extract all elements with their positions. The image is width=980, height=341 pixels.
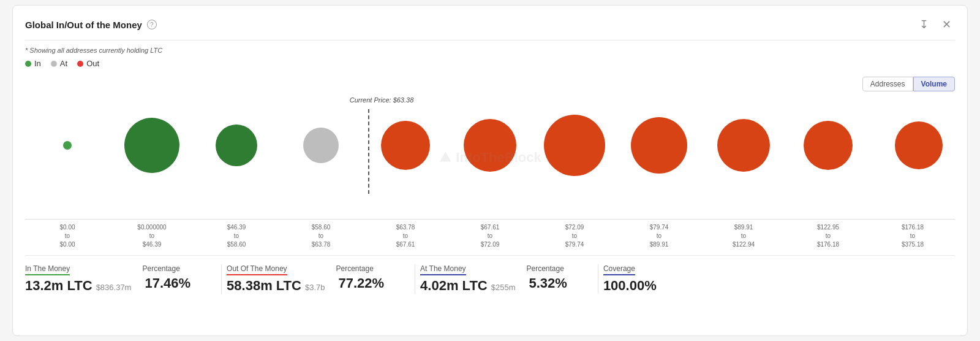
stat-pct-label-out: Percentage	[336, 264, 399, 273]
bubble-7	[544, 115, 605, 176]
header-left: Global In/Out of the Money ?	[25, 20, 157, 30]
subtitle: * Showing all addresses currently holdin…	[25, 47, 955, 54]
price-dashed-line	[368, 109, 369, 194]
stats-row: In The Money 13.2m LTC $836.37m Percenta…	[25, 255, 955, 294]
header-actions: ↧ ✕	[916, 17, 955, 33]
divider-2	[415, 264, 415, 294]
legend-out: Out	[77, 59, 99, 68]
stat-pct-value-out: 77.22%	[336, 275, 399, 291]
current-price-label: Current Price: $63.38	[350, 96, 414, 104]
stat-value-coverage: 100.00%	[603, 278, 657, 294]
stat-coverage: Coverage 100.00%	[603, 264, 668, 294]
legend-dot-in	[25, 61, 31, 67]
axis-label-8: $79.74to$89.91	[617, 223, 701, 249]
header: Global In/Out of the Money ? ↧ ✕	[25, 17, 955, 40]
stat-pct-value-in: 17.46%	[142, 275, 205, 291]
axis-label-11: $176.18to$375.18	[870, 223, 955, 249]
bubble-col-4	[279, 128, 363, 163]
stat-pct-value-at: 5.32%	[526, 275, 581, 291]
stat-out-the-money: Out Of The Money 58.38m LTC $3.7b	[227, 264, 336, 294]
chart-area: Current Price: $63.38	[25, 96, 955, 219]
bubble-col-8	[617, 117, 701, 174]
bubble-col-1	[25, 141, 110, 150]
axis-row: $0.00to$0.00 $0.000000to$46.39 $46.39to$…	[25, 219, 955, 249]
stat-pct-in: Percentage 17.46%	[142, 264, 216, 291]
card: Global In/Out of the Money ? ↧ ✕ * Showi…	[12, 5, 968, 336]
axis-label-5: $63.78to$67.61	[363, 223, 448, 249]
stat-pct-label-at: Percentage	[526, 264, 581, 273]
help-icon[interactable]: ?	[147, 20, 157, 29]
stat-label-in: In The Money	[25, 264, 131, 275]
bubble-col-3	[194, 125, 279, 166]
legend-label-out: Out	[86, 59, 99, 68]
legend: In At Out	[25, 59, 955, 68]
download-button[interactable]: ↧	[916, 17, 932, 33]
stat-value-out: 58.38m LTC $3.7b	[227, 278, 325, 294]
stat-pct-at: Percentage 5.32%	[526, 264, 592, 291]
stat-value-at: 4.02m LTC $255m	[420, 278, 515, 294]
bubble-col-2	[110, 118, 194, 173]
bubble-10	[804, 121, 853, 170]
volume-button[interactable]: Volume	[913, 77, 955, 91]
addresses-button[interactable]: Addresses	[862, 77, 913, 91]
bubble-col-10	[786, 121, 870, 170]
bubble-col-11	[870, 121, 955, 169]
stat-label-out: Out Of The Money	[227, 264, 325, 275]
stat-value-in: 13.2m LTC $836.37m	[25, 278, 131, 294]
chart-controls: Addresses Volume	[25, 77, 955, 91]
axis-label-2: $0.000000to$46.39	[110, 223, 194, 249]
bubble-3	[216, 125, 257, 166]
bubble-6	[464, 119, 516, 172]
bubble-col-7	[532, 115, 617, 176]
page-title: Global In/Out of the Money	[25, 20, 142, 30]
bubble-8	[631, 117, 687, 174]
axis-label-9: $89.91to$122.94	[701, 223, 786, 249]
axis-label-4: $58.60to$63.78	[279, 223, 363, 249]
axis-label-7: $72.09to$79.74	[532, 223, 617, 249]
stat-in-the-money: In The Money 13.2m LTC $836.37m	[25, 264, 142, 294]
bubble-1	[63, 141, 72, 150]
legend-dot-out	[77, 61, 83, 67]
bubble-col-6	[448, 119, 532, 172]
axis-label-3: $46.39to$58.60	[194, 223, 279, 249]
bubbles-row	[25, 96, 955, 194]
stat-label-coverage: Coverage	[603, 264, 657, 275]
bubble-11	[895, 121, 943, 169]
bubble-col-5	[363, 121, 448, 170]
stat-pct-out: Percentage 77.22%	[336, 264, 410, 291]
bubble-4	[303, 128, 339, 163]
stat-label-at: At The Money	[420, 264, 515, 275]
stat-pct-label-in: Percentage	[142, 264, 205, 273]
bubble-5	[381, 121, 430, 170]
bubble-2	[124, 118, 179, 173]
axis-label-6: $67.61to$72.09	[448, 223, 532, 249]
close-button[interactable]: ✕	[938, 17, 955, 33]
legend-at: At	[51, 59, 67, 68]
bubble-col-9	[701, 119, 786, 172]
legend-label-at: At	[60, 59, 67, 68]
bubble-9	[717, 119, 770, 172]
axis-label-1: $0.00to$0.00	[25, 223, 110, 249]
divider-1	[221, 264, 222, 294]
stat-at-the-money: At The Money 4.02m LTC $255m	[420, 264, 526, 294]
legend-label-in: In	[34, 59, 41, 68]
legend-dot-at	[51, 61, 57, 67]
axis-label-10: $122.95to$176.18	[786, 223, 870, 249]
legend-in: In	[25, 59, 41, 68]
divider-3	[598, 264, 598, 294]
